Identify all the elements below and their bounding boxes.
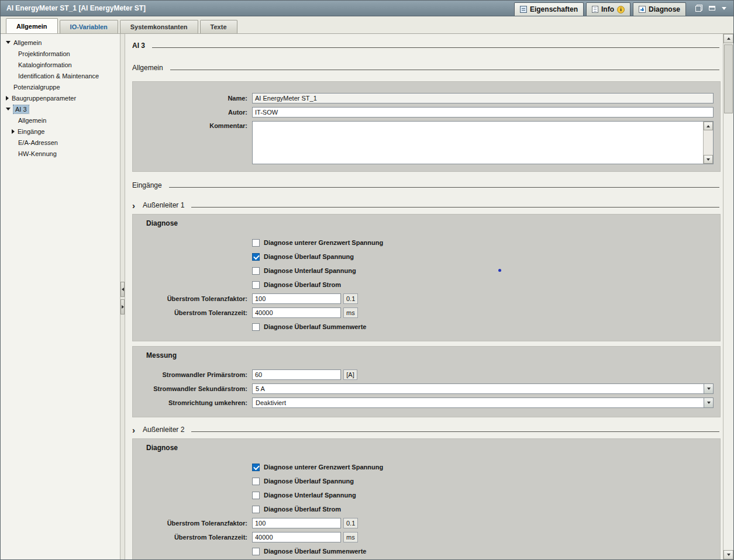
checkbox-label: Diagnose Unterlauf Spannung bbox=[264, 492, 356, 499]
unit-box: ms bbox=[343, 307, 358, 318]
titlebar: AI EnergyMeter ST_1 [AI EnergyMeter ST] … bbox=[1, 1, 733, 16]
sidebar-item-eingaenge[interactable]: Eingänge bbox=[1, 126, 120, 137]
tab-systemkonstanten[interactable]: Systemkonstanten bbox=[120, 20, 198, 33]
properties-content: AI 3 Allgemein Name: Autor: Kommentar: bbox=[125, 34, 723, 559]
sidebar-item-identification-maintenance[interactable]: Identification & Maintenance bbox=[1, 70, 120, 81]
autor-row: Autor: bbox=[137, 105, 714, 119]
collapse-pane-icon[interactable] bbox=[709, 6, 715, 11]
sidebar-splitter[interactable] bbox=[120, 34, 125, 559]
diagnose-checkbox[interactable] bbox=[252, 281, 260, 289]
tab-allgemein[interactable]: Allgemein bbox=[6, 18, 58, 33]
sidebar-item-ai3-allgemein[interactable]: Allgemein bbox=[1, 115, 120, 126]
sidebar-item-potenzialgruppe[interactable]: Potenzialgruppe bbox=[1, 81, 120, 92]
field-label: Überstrom Toleranzzeit: bbox=[137, 534, 252, 541]
expander-icon[interactable] bbox=[6, 41, 11, 44]
ueberstrom-toleranzzeit-input[interactable] bbox=[252, 307, 341, 318]
kommentar-text[interactable] bbox=[253, 122, 703, 164]
ueberstrom-toleranzfaktor-input[interactable] bbox=[252, 518, 341, 528]
diagnose-checkbox[interactable] bbox=[252, 239, 260, 247]
sidebar-item-kataloginformation[interactable]: Kataloginformation bbox=[1, 59, 120, 70]
collapse-chevron-icon[interactable]: › bbox=[132, 426, 135, 434]
subsection-title: Außenleiter 1 bbox=[143, 201, 184, 209]
vertical-scrollbar[interactable] bbox=[723, 34, 733, 559]
inspector-tab-eigenschaften[interactable]: Eigenschaften bbox=[514, 2, 584, 16]
window-menu-icon[interactable] bbox=[722, 7, 726, 10]
primaerstrom-input[interactable] bbox=[252, 369, 341, 380]
diagnose-checkbox[interactable] bbox=[252, 323, 260, 331]
select-value: 5 A bbox=[253, 384, 704, 393]
checkbox-row: Diagnose Unterlauf Spannung bbox=[137, 488, 714, 502]
checkbox-row: Diagnose Überlauf Spannung bbox=[137, 250, 714, 264]
diagnose-checkbox[interactable] bbox=[252, 478, 260, 485]
checkbox-label: Diagnose Unterlauf Spannung bbox=[264, 267, 356, 274]
sidebar-item-allgemein-root[interactable]: Allgemein bbox=[1, 37, 120, 48]
dropdown-button[interactable] bbox=[704, 384, 713, 393]
sidebar-item-label: Kataloginformation bbox=[18, 61, 72, 68]
scroll-up-button[interactable] bbox=[723, 34, 733, 43]
sekundaerstrom-row: Stromwandler Sekundärstrom: 5 A bbox=[137, 382, 714, 396]
sidebar-item-label: Allgemein bbox=[18, 117, 46, 124]
sidebar-item-hw-kennung[interactable]: HW-Kennung bbox=[1, 148, 120, 159]
scroll-up-button[interactable] bbox=[704, 122, 713, 130]
diagnose-checkbox[interactable] bbox=[252, 464, 260, 471]
diagnose-panel-2: Diagnose Diagnose unterer Grenzwert Span… bbox=[132, 438, 721, 559]
tab-label: Allgemein bbox=[16, 23, 47, 30]
diagnose-checkbox[interactable] bbox=[252, 506, 260, 513]
section-heading-eingaenge: Eingänge bbox=[132, 181, 721, 189]
scrollbar-thumb[interactable] bbox=[724, 44, 733, 113]
aussenleiter1-heading: › Außenleiter 1 bbox=[132, 201, 721, 209]
ueberstrom-toleranzfaktor-input[interactable] bbox=[252, 293, 341, 304]
sidebar-item-label: Eingänge bbox=[18, 128, 45, 135]
expander-icon[interactable] bbox=[12, 129, 15, 134]
tab-bar: Allgemein IO-Variablen Systemkonstanten … bbox=[1, 16, 733, 34]
checkbox-label: Diagnose Überlauf Strom bbox=[264, 281, 341, 288]
window-title: AI EnergyMeter ST_1 [AI EnergyMeter ST] bbox=[1, 4, 514, 16]
chevron-down-icon bbox=[707, 402, 711, 404]
expander-icon[interactable] bbox=[6, 108, 11, 110]
tab-texte[interactable]: Texte bbox=[200, 20, 237, 33]
dropdown-button[interactable] bbox=[704, 398, 713, 407]
inspector-tab-diagnose[interactable]: Diagnose bbox=[633, 2, 686, 16]
collapse-chevron-icon[interactable]: › bbox=[132, 202, 135, 209]
diagnose-checkbox[interactable] bbox=[252, 548, 260, 555]
sidebar-item-baugruppenparameter[interactable]: Baugruppenparameter bbox=[1, 92, 120, 103]
tab-io-variablen[interactable]: IO-Variablen bbox=[60, 20, 118, 33]
kommentar-textarea[interactable] bbox=[252, 121, 714, 164]
body-area: Allgemein Projektinformation Kataloginfo… bbox=[1, 34, 733, 559]
checkbox-row: Diagnose unterer Grenzwert Spannung bbox=[137, 460, 714, 474]
sekundaerstrom-select[interactable]: 5 A bbox=[252, 383, 714, 394]
float-window-icon[interactable] bbox=[695, 5, 702, 12]
checkbox-label: Diagnose Überlauf Strom bbox=[264, 506, 341, 513]
sidebar-item-projektinformation[interactable]: Projektinformation bbox=[1, 48, 120, 59]
inspector-tab-info[interactable]: Info i bbox=[586, 2, 630, 16]
scrollbar-track[interactable] bbox=[723, 43, 733, 550]
arrow-right-icon bbox=[122, 305, 124, 309]
primaerstrom-row: Stromwandler Primärstrom: [A] bbox=[137, 368, 714, 382]
autor-field[interactable] bbox=[252, 107, 714, 117]
unit-box: 0.1 bbox=[343, 518, 358, 528]
diagnose-checkbox[interactable] bbox=[252, 492, 260, 499]
sidebar-item-ai-3[interactable]: AI 3 bbox=[1, 103, 120, 115]
scroll-down-button[interactable] bbox=[704, 155, 713, 164]
diagnose-checkbox[interactable] bbox=[252, 267, 260, 275]
kommentar-scrollbar[interactable] bbox=[703, 122, 713, 164]
checkbox-label: Diagnose Überlauf Spannung bbox=[264, 253, 354, 260]
kommentar-row: Kommentar: bbox=[137, 121, 714, 164]
inspector-tab-bar: Eigenschaften Info i Diagnose bbox=[514, 2, 686, 16]
tab-label: Systemkonstanten bbox=[130, 23, 188, 30]
field-label: Überstrom Toleranzzeit: bbox=[137, 309, 252, 316]
expander-icon[interactable] bbox=[6, 96, 9, 101]
checkbox-row: Diagnose Überlauf Summenwerte bbox=[137, 544, 714, 558]
sidebar-item-label: Allgemein bbox=[13, 39, 42, 46]
splitter-expand-button[interactable] bbox=[120, 299, 125, 314]
arrow-left-icon bbox=[122, 288, 124, 291]
splitter-collapse-button[interactable] bbox=[120, 282, 125, 297]
scroll-down-button[interactable] bbox=[723, 550, 733, 559]
diagnose-checkbox[interactable] bbox=[252, 253, 260, 261]
stromrichtung-select[interactable]: Deaktiviert bbox=[252, 397, 714, 408]
sidebar-item-ea-adressen[interactable]: E/A-Adressen bbox=[1, 137, 120, 148]
name-field[interactable] bbox=[252, 93, 714, 103]
checkbox-label: Diagnose unterer Grenzwert Spannung bbox=[264, 464, 383, 471]
page-title: AI 3 bbox=[132, 42, 145, 50]
ueberstrom-toleranzzeit-input[interactable] bbox=[252, 532, 341, 542]
